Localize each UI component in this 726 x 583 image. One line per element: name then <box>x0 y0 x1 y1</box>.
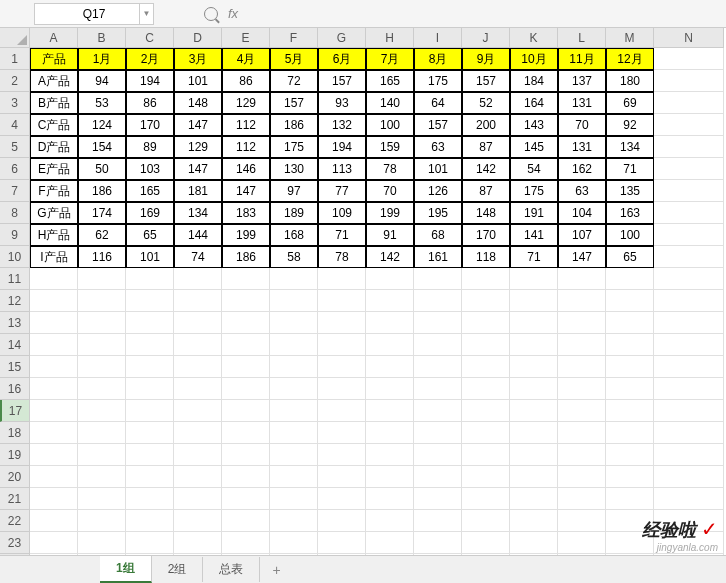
cell[interactable] <box>78 312 126 334</box>
cell[interactable] <box>78 532 126 554</box>
cell[interactable]: 199 <box>222 224 270 246</box>
cell[interactable]: 77 <box>318 180 366 202</box>
cell[interactable]: 89 <box>126 136 174 158</box>
cell[interactable] <box>654 114 724 136</box>
cell[interactable]: 181 <box>174 180 222 202</box>
cell[interactable]: F产品 <box>30 180 78 202</box>
cell[interactable] <box>126 334 174 356</box>
cell[interactable] <box>606 290 654 312</box>
cell[interactable] <box>126 532 174 554</box>
cell[interactable]: 2月 <box>126 48 174 70</box>
cell[interactable]: 175 <box>414 70 462 92</box>
cell[interactable]: 70 <box>558 114 606 136</box>
cell[interactable] <box>462 444 510 466</box>
cell[interactable] <box>270 488 318 510</box>
cell[interactable]: 129 <box>222 92 270 114</box>
cell[interactable]: 147 <box>174 158 222 180</box>
row-header[interactable]: 4 <box>0 114 30 136</box>
cell[interactable] <box>606 312 654 334</box>
cell[interactable] <box>510 400 558 422</box>
cell[interactable]: 162 <box>558 158 606 180</box>
cell[interactable]: 70 <box>366 180 414 202</box>
cell[interactable]: 142 <box>462 158 510 180</box>
cell[interactable] <box>126 378 174 400</box>
column-header[interactable]: E <box>222 28 270 48</box>
cell[interactable] <box>30 400 78 422</box>
cell[interactable]: 154 <box>78 136 126 158</box>
cell[interactable] <box>174 268 222 290</box>
row-header[interactable]: 1 <box>0 48 30 70</box>
cell[interactable] <box>654 158 724 180</box>
cell[interactable] <box>78 334 126 356</box>
cell[interactable]: 142 <box>366 246 414 268</box>
cell[interactable] <box>654 224 724 246</box>
cell[interactable] <box>366 334 414 356</box>
cell[interactable] <box>510 268 558 290</box>
cell[interactable]: 134 <box>174 202 222 224</box>
cell[interactable] <box>654 70 724 92</box>
cell[interactable] <box>222 488 270 510</box>
cell[interactable]: 195 <box>414 202 462 224</box>
cell[interactable]: 1月 <box>78 48 126 70</box>
cell[interactable] <box>510 510 558 532</box>
cell[interactable] <box>462 268 510 290</box>
cell[interactable]: 3月 <box>174 48 222 70</box>
row-header[interactable]: 5 <box>0 136 30 158</box>
cell[interactable]: 159 <box>366 136 414 158</box>
cell[interactable] <box>174 466 222 488</box>
column-header[interactable]: B <box>78 28 126 48</box>
cell[interactable]: 118 <box>462 246 510 268</box>
cell[interactable]: 170 <box>462 224 510 246</box>
cell[interactable] <box>606 356 654 378</box>
sheet-tab-1[interactable]: 1组 <box>100 556 152 583</box>
cell[interactable] <box>270 466 318 488</box>
cell[interactable] <box>174 488 222 510</box>
cell[interactable] <box>318 400 366 422</box>
cell[interactable]: 147 <box>222 180 270 202</box>
row-header[interactable]: 2 <box>0 70 30 92</box>
cell[interactable]: 68 <box>414 224 462 246</box>
cell[interactable]: 8月 <box>414 48 462 70</box>
cell[interactable] <box>462 312 510 334</box>
cell[interactable]: 78 <box>366 158 414 180</box>
cell[interactable]: 10月 <box>510 48 558 70</box>
cell[interactable]: 107 <box>558 224 606 246</box>
cell[interactable] <box>606 444 654 466</box>
cell[interactable]: 112 <box>222 136 270 158</box>
cell[interactable] <box>654 356 724 378</box>
cell[interactable]: 71 <box>318 224 366 246</box>
column-header[interactable]: M <box>606 28 654 48</box>
cell[interactable]: 92 <box>606 114 654 136</box>
row-header[interactable]: 18 <box>0 422 30 444</box>
row-header[interactable]: 10 <box>0 246 30 268</box>
cell[interactable]: 101 <box>126 246 174 268</box>
row-header[interactable]: 23 <box>0 532 30 554</box>
cell[interactable] <box>78 378 126 400</box>
cell[interactable] <box>30 444 78 466</box>
cell[interactable]: 113 <box>318 158 366 180</box>
cell[interactable] <box>654 180 724 202</box>
cell[interactable]: 165 <box>126 180 174 202</box>
cell[interactable]: E产品 <box>30 158 78 180</box>
cell[interactable]: 199 <box>366 202 414 224</box>
cell[interactable] <box>174 334 222 356</box>
cell[interactable] <box>366 378 414 400</box>
cell[interactable]: 168 <box>270 224 318 246</box>
cell[interactable] <box>414 532 462 554</box>
cell[interactable]: 157 <box>270 92 318 114</box>
cell[interactable] <box>510 312 558 334</box>
cell[interactable]: 4月 <box>222 48 270 70</box>
row-header[interactable]: 16 <box>0 378 30 400</box>
cell[interactable]: 163 <box>606 202 654 224</box>
column-header[interactable]: G <box>318 28 366 48</box>
cell[interactable]: 71 <box>510 246 558 268</box>
cell[interactable] <box>462 488 510 510</box>
row-header[interactable]: 12 <box>0 290 30 312</box>
cell[interactable] <box>30 268 78 290</box>
cell[interactable]: 137 <box>558 70 606 92</box>
cell[interactable] <box>510 378 558 400</box>
cell[interactable] <box>414 356 462 378</box>
row-header[interactable]: 9 <box>0 224 30 246</box>
cell[interactable]: 164 <box>510 92 558 114</box>
row-header[interactable]: 15 <box>0 356 30 378</box>
